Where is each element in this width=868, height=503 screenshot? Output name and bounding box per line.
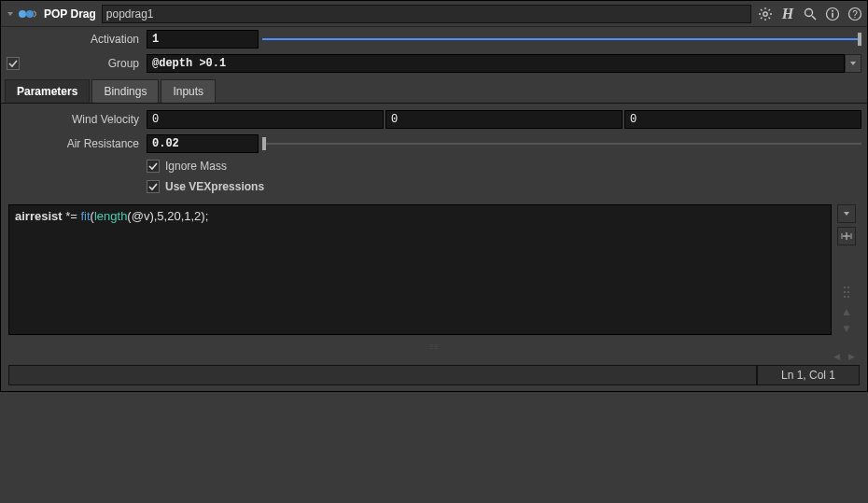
editor-resize-handle[interactable]: ⠿⠿ xyxy=(1,342,867,350)
use-vex-checkbox[interactable] xyxy=(147,180,160,193)
vex-code-editor[interactable]: airresist *= fit(length(@v),5,20,1,2); xyxy=(8,204,832,335)
activation-input[interactable] xyxy=(147,30,259,49)
activation-slider[interactable] xyxy=(262,30,861,49)
svg-point-1 xyxy=(26,10,34,18)
code-expand-button[interactable] xyxy=(837,227,856,245)
svg-point-25 xyxy=(847,291,849,293)
group-input[interactable] xyxy=(147,54,845,73)
help-icon[interactable]: ? xyxy=(847,6,863,22)
svg-point-22 xyxy=(844,286,846,288)
svg-point-23 xyxy=(847,286,849,288)
code-drag-grip-icon[interactable] xyxy=(837,283,856,301)
activation-label: Activation xyxy=(7,33,147,46)
svg-point-27 xyxy=(847,296,849,298)
ignore-mass-checkbox[interactable] xyxy=(147,160,160,173)
svg-line-10 xyxy=(769,9,771,11)
svg-line-9 xyxy=(761,17,763,19)
tab-inputs[interactable]: Inputs xyxy=(161,79,216,103)
status-message-area xyxy=(8,365,757,385)
scroll-down-icon[interactable]: ▼ xyxy=(841,322,852,335)
tab-bindings[interactable]: Bindings xyxy=(91,79,159,103)
air-resistance-slider[interactable] xyxy=(262,134,861,153)
svg-text:?: ? xyxy=(852,8,858,19)
bypass-toggle[interactable] xyxy=(7,57,20,70)
group-menu-button[interactable] xyxy=(845,54,861,73)
wind-velocity-y-input[interactable] xyxy=(385,110,623,129)
svg-line-8 xyxy=(769,17,771,19)
scroll-up-icon[interactable]: ▲ xyxy=(841,305,852,318)
svg-rect-15 xyxy=(832,12,833,17)
svg-point-11 xyxy=(805,8,813,16)
scroll-right-icon[interactable]: ▶ xyxy=(845,352,858,363)
group-label: Group xyxy=(23,57,147,70)
houdini-h-icon[interactable]: H xyxy=(779,6,796,22)
svg-point-26 xyxy=(844,296,846,298)
tab-parameters[interactable]: Parameters xyxy=(5,79,90,103)
wind-velocity-label: Wind Velocity xyxy=(7,113,147,126)
svg-point-14 xyxy=(832,9,833,11)
ignore-mass-label: Ignore Mass xyxy=(165,160,227,173)
wind-velocity-x-input[interactable] xyxy=(147,110,384,129)
svg-point-2 xyxy=(763,11,767,15)
code-menu-button[interactable] xyxy=(837,204,856,223)
wind-velocity-z-input[interactable] xyxy=(624,110,861,129)
cursor-position-label: Ln 1, Col 1 xyxy=(757,365,860,385)
tab-bar: Parameters Bindings Inputs xyxy=(1,76,867,104)
expand-arrow-icon[interactable] xyxy=(7,7,18,21)
node-type-label: POP Drag xyxy=(44,7,96,21)
use-vex-label: Use VEXpressions xyxy=(165,180,264,193)
svg-point-24 xyxy=(844,291,846,293)
gear-icon[interactable] xyxy=(757,6,774,22)
node-name-input[interactable] xyxy=(102,5,751,23)
air-resistance-label: Air Resistance xyxy=(7,137,147,150)
scroll-left-icon[interactable]: ◀ xyxy=(830,352,843,363)
air-resistance-input[interactable] xyxy=(147,134,259,153)
info-icon[interactable] xyxy=(824,6,841,22)
svg-point-0 xyxy=(19,10,26,18)
pop-drag-node-icon xyxy=(18,7,38,21)
search-icon[interactable] xyxy=(802,6,819,22)
svg-line-12 xyxy=(812,16,816,20)
svg-line-7 xyxy=(761,9,763,11)
